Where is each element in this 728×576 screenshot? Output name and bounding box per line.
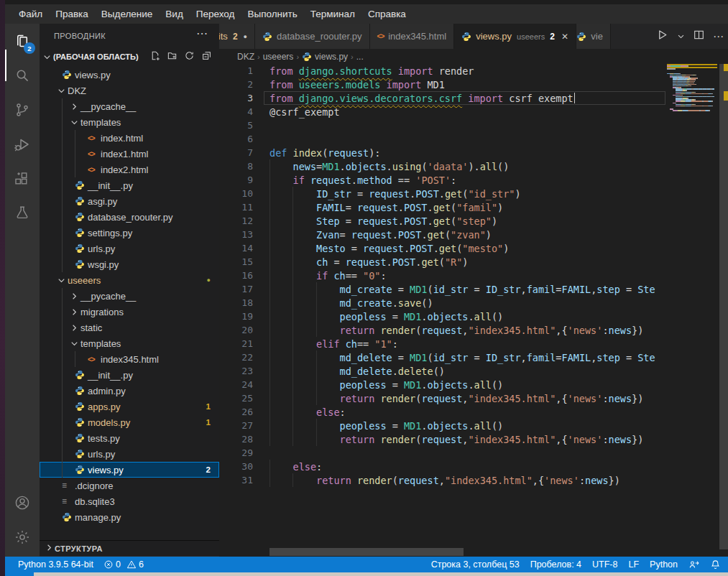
code-line-21: 21 elif ch== "1": <box>219 337 667 350</box>
more-actions-icon[interactable]: ⋯ <box>713 30 724 43</box>
tree-item-index345.html[interactable]: <>index345.html <box>40 351 219 367</box>
activity-source-control-icon[interactable] <box>5 93 40 127</box>
tab-diiits[interactable]: diiits2● <box>219 24 255 49</box>
vertical-scrollbar[interactable] <box>719 64 728 572</box>
run-button-icon[interactable] <box>656 29 668 44</box>
code-token: useeers.models <box>299 79 381 90</box>
outline-section-header[interactable]: СТРУКТУРА <box>40 540 219 557</box>
tree-item-admin.py[interactable]: admin.py <box>40 383 219 399</box>
menu-item-5[interactable]: Переход <box>190 4 241 24</box>
vertical-scrollbar-slider[interactable] <box>719 64 728 549</box>
breadcrumb-item-useeers[interactable]: useeers <box>263 52 294 62</box>
line-content: md_create = MD1(id_str = ID_str,famil=FA… <box>269 284 655 295</box>
code-token: () <box>433 366 445 377</box>
tree-item-__init__.py[interactable]: __init__.py <box>40 367 219 383</box>
new-folder-icon[interactable] <box>167 50 178 64</box>
menu-item-6[interactable]: Выполнить <box>241 4 303 24</box>
menu-item-2[interactable]: Правка <box>49 4 95 24</box>
breadcrumb-item-DKZ[interactable]: DKZ <box>237 52 254 62</box>
run-dropdown-chevron-icon[interactable] <box>677 30 685 43</box>
tree-indent-guide <box>62 462 63 478</box>
code-token <box>269 434 340 445</box>
code-token: def <box>269 147 293 159</box>
tree-item-index.html[interactable]: <>index.html <box>40 130 219 146</box>
tree-item-settings.py[interactable]: settings.py <box>40 225 219 241</box>
menu-item-4[interactable]: Вид <box>159 4 189 24</box>
code-token: md_delete <box>340 352 392 363</box>
tree-item-DKZ[interactable]: DKZ <box>40 83 219 98</box>
horizontal-scrollbar-slider[interactable] <box>269 548 464 556</box>
activity-testing-icon[interactable] <box>5 196 40 231</box>
indent-guide <box>316 310 317 323</box>
python-version-status[interactable]: Python 3.9.5 64-bit <box>18 559 93 570</box>
tree-item-urls.py[interactable]: urls.py <box>40 241 219 256</box>
tree-item-apps.py[interactable]: apps.py1 <box>40 399 219 414</box>
tree-item-__pycache__[interactable]: __pycache__ <box>40 288 219 304</box>
tree-item-db.sqlite3[interactable]: ≡db.sqlite3 <box>40 493 219 509</box>
tree-item-label: settings.py <box>88 228 132 238</box>
split-editor-icon[interactable] <box>694 29 704 43</box>
problems-status[interactable]: 06 <box>103 559 144 570</box>
tree-item-index1.html[interactable]: <>index1.html <box>40 146 219 162</box>
explorer-more-actions-icon[interactable]: ⋯ <box>196 27 208 40</box>
tree-item-models.py[interactable]: models.py1 <box>40 414 219 430</box>
indentation-status[interactable]: Пробелов: 4 <box>530 559 581 570</box>
chevron-right-icon <box>69 101 80 112</box>
tree-item-.dcignore[interactable]: ≡.dcignore <box>40 478 219 493</box>
menu-item-3[interactable]: Выделение <box>95 4 160 24</box>
code-token: POST <box>404 215 428 227</box>
tree-item-tests.py[interactable]: tests.py <box>40 430 219 446</box>
activity-search-icon[interactable] <box>5 58 40 93</box>
tree-item-manage.py[interactable]: manage.py <box>40 509 219 525</box>
tree-item-static[interactable]: static <box>40 320 219 335</box>
code-token: objects <box>428 311 469 322</box>
collapse-all-icon[interactable] <box>201 50 212 64</box>
tab-close-icon[interactable]: ✕ <box>561 32 568 42</box>
tree-item-urls.py[interactable]: urls.py <box>40 446 219 462</box>
menu-item-1[interactable]: Файл <box>12 4 49 24</box>
activity-run-debug-icon[interactable] <box>5 127 40 162</box>
indent-guide <box>292 282 293 296</box>
tree-item-templates[interactable]: templates <box>40 335 219 351</box>
new-file-icon[interactable] <box>149 50 160 64</box>
minimap[interactable] <box>667 64 719 572</box>
notifications-bell-icon[interactable] <box>710 559 721 570</box>
language-mode-status[interactable]: Python <box>650 559 678 570</box>
tab-index345.html[interactable]: <>index345.html <box>370 24 455 49</box>
tree-item-wsgi.py[interactable]: wsgi.py <box>40 256 219 272</box>
tree-item-migrations[interactable]: migrations <box>40 304 219 320</box>
tree-item-index2.html[interactable]: <>index2.html <box>40 162 219 177</box>
tab-badge: 2 <box>550 32 555 42</box>
tree-item-label: database_roouter.py <box>88 212 173 223</box>
refresh-icon[interactable] <box>184 50 195 64</box>
cursor-position-status[interactable]: Строка 3, столбец 53 <box>431 559 520 570</box>
tab-database_roouter.py[interactable]: database_roouter.py <box>255 24 370 49</box>
encoding-status[interactable]: UTF-8 <box>592 559 617 570</box>
activity-settings-icon[interactable] <box>5 520 40 554</box>
feedback-icon[interactable] <box>688 559 699 570</box>
tree-item-database_roouter.py[interactable]: database_roouter.py <box>40 209 219 225</box>
code-editor[interactable]: 1from django.shortcuts import render2fro… <box>219 64 667 572</box>
tree-item-views.py[interactable]: views.py <box>40 67 219 83</box>
breadcrumb-item-...[interactable]: ... <box>356 52 364 62</box>
activity-explorer-icon[interactable]: 2 <box>5 24 40 58</box>
workspace-section-header[interactable]: (РАБОЧАЯ ОБЛАСТЬ) ... <box>40 49 219 65</box>
eol-status[interactable]: LF <box>628 559 639 570</box>
activity-account-icon[interactable] <box>5 486 40 520</box>
code-token: ) <box>503 243 509 254</box>
breadcrumb-item-views.py[interactable]: views.py <box>302 52 348 62</box>
tree-item-__pycache__[interactable]: __pycache__ <box>40 98 219 114</box>
code-token: ( <box>415 434 421 445</box>
tree-item-useeers[interactable]: useeers● <box>40 272 219 288</box>
code-line-8: 8 news=MD1.objects.using('daata').all() <box>219 159 667 173</box>
tab-vie[interactable]: vie <box>576 24 611 49</box>
menu-item-7[interactable]: Терминал <box>304 4 361 24</box>
indent-guide <box>316 419 317 432</box>
tree-item-views.py[interactable]: views.py2 <box>40 462 219 478</box>
tree-item-templates[interactable]: templates <box>40 114 219 130</box>
tab-views.py[interactable]: views.pyuseeers2✕ <box>454 24 576 49</box>
tree-item-__init__.py[interactable]: __init__.py <box>40 177 219 193</box>
tree-item-asgi.py[interactable]: asgi.py <box>40 193 219 209</box>
menu-item-8[interactable]: Справка <box>361 4 413 24</box>
activity-extensions-icon[interactable] <box>5 162 40 196</box>
